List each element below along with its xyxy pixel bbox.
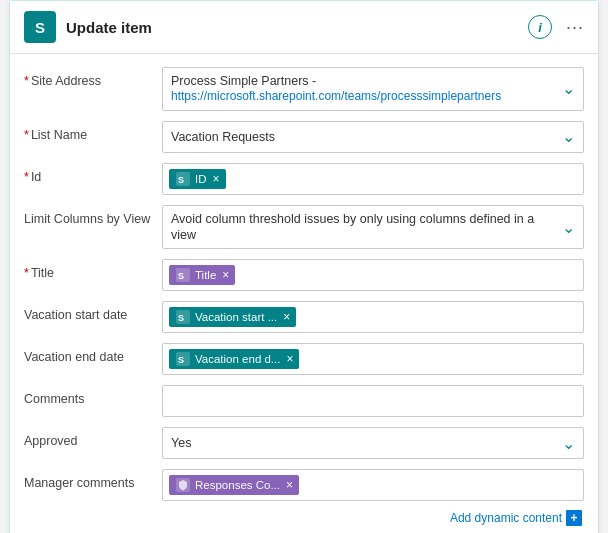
value-manager-comments: Responses Co... × [162,469,584,501]
chevron-down-icon: ⌄ [555,127,575,146]
chevron-down-icon: ⌄ [555,79,575,98]
value-comments [162,385,584,417]
label-title: *Title [24,259,162,280]
title-tag-field[interactable]: S Title × [162,259,584,291]
label-vacation-start: Vacation start date [24,301,162,322]
sharepoint-icon: S [175,171,191,187]
label-vacation-end: Vacation end date [24,343,162,364]
value-list-name: Vacation Requests ⌄ [162,121,584,153]
value-vacation-end: S Vacation end d... × [162,343,584,375]
value-vacation-start: S Vacation start ... × [162,301,584,333]
field-row-comments: Comments [24,380,584,422]
info-icon[interactable]: i [528,15,552,39]
value-site-address: Process Simple Partners - https://micros… [162,67,584,111]
manager-comments-tag-field[interactable]: Responses Co... × [162,469,584,501]
tag-id: S ID × [169,169,226,189]
limit-columns-dropdown[interactable]: Avoid column threshold issues by only us… [162,205,584,250]
required-star: * [24,128,29,142]
label-site-address: *Site Address [24,67,162,88]
required-star: * [24,266,29,280]
sharepoint-icon: S [175,309,191,325]
page-title: Update item [66,19,152,36]
header-right: i ··· [528,15,584,39]
svg-text:S: S [178,175,184,185]
svg-text:S: S [178,313,184,323]
field-row-vacation-start: Vacation start date S Vacation start ...… [24,296,584,338]
tag-title: S Title × [169,265,235,285]
tag-close-vacation-start[interactable]: × [283,310,290,324]
more-options-icon[interactable]: ··· [566,17,584,38]
tag-close-id[interactable]: × [213,172,220,186]
tag-vacation-start: S Vacation start ... × [169,307,296,327]
vacation-start-tag-field[interactable]: S Vacation start ... × [162,301,584,333]
tag-manager-comments: Responses Co... × [169,475,299,495]
sharepoint-icon: S [175,351,191,367]
field-row-vacation-end: Vacation end date S Vacation end d... × [24,338,584,380]
label-approved: Approved [24,427,162,448]
limit-columns-hint: Avoid column threshold issues by only us… [171,211,555,244]
shield-icon [175,477,191,493]
comments-field[interactable] [162,385,584,417]
value-id: S ID × [162,163,584,195]
value-limit-columns: Avoid column threshold issues by only us… [162,205,584,250]
svg-text:S: S [178,271,184,281]
tag-vacation-end: S Vacation end d... × [169,349,299,369]
sharepoint-purple-icon: S [175,267,191,283]
add-dynamic-content-label: Add dynamic content [450,511,562,525]
form-body: *Site Address Process Simple Partners - … [10,54,598,533]
chevron-down-icon: ⌄ [555,434,575,453]
label-limit-columns: Limit Columns by View [24,205,162,226]
list-name-text: Vacation Requests [171,129,275,145]
approved-text: Yes [171,435,191,451]
tag-close-title[interactable]: × [222,268,229,282]
list-name-dropdown[interactable]: Vacation Requests ⌄ [162,121,584,153]
approved-dropdown[interactable]: Yes ⌄ [162,427,584,459]
tag-close-vacation-end[interactable]: × [286,352,293,366]
label-comments: Comments [24,385,162,406]
header-left: S Update item [24,11,152,43]
dynamic-content-row[interactable]: Add dynamic content + [24,506,584,530]
site-address-dropdown[interactable]: Process Simple Partners - https://micros… [162,67,584,111]
update-item-card: S Update item i ··· *Site Address Proces… [9,0,599,533]
value-approved: Yes ⌄ [162,427,584,459]
svg-text:S: S [178,355,184,365]
field-row-title: *Title S Title × [24,254,584,296]
field-row-site-address: *Site Address Process Simple Partners - … [24,62,584,116]
required-star: * [24,74,29,88]
label-list-name: *List Name [24,121,162,142]
value-title: S Title × [162,259,584,291]
vacation-end-tag-field[interactable]: S Vacation end d... × [162,343,584,375]
tag-close-manager-comments[interactable]: × [286,478,293,492]
id-tag-field[interactable]: S ID × [162,163,584,195]
required-star: * [24,170,29,184]
label-id: *Id [24,163,162,184]
field-row-list-name: *List Name Vacation Requests ⌄ [24,116,584,158]
card-header: S Update item i ··· [10,1,598,54]
field-row-approved: Approved Yes ⌄ [24,422,584,464]
app-logo: S [24,11,56,43]
field-row-manager-comments: Manager comments Responses Co... × [24,464,584,506]
field-row-id: *Id S ID × [24,158,584,200]
chevron-down-icon: ⌄ [555,218,575,237]
site-address-text: Process Simple Partners - https://micros… [171,73,501,105]
plus-icon: + [566,510,582,526]
field-row-limit-columns: Limit Columns by View Avoid column thres… [24,200,584,255]
label-manager-comments: Manager comments [24,469,162,490]
